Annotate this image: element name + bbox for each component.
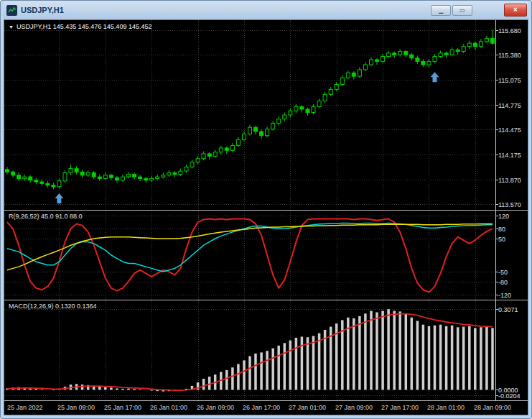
close-button[interactable]: ×	[504, 4, 527, 17]
time-axis-label: 25 Jan 09:00	[57, 404, 95, 411]
chart-icon	[6, 5, 17, 16]
time-axis-label: 28 Jan 09:00	[474, 404, 511, 411]
window-title: USDJPY,H1	[21, 6, 64, 14]
title-bar: USDJPY,H1 ▁ ▭ ×	[4, 1, 528, 19]
oscillator-label: R(9,26,52) 45.0 91.0 88.0	[9, 213, 83, 220]
time-axis-label: 28 Jan 01:00	[427, 404, 465, 411]
chart-area: 115.680115.380115.075114.775114.475114.1…	[4, 19, 528, 415]
buy-arrow-icon	[55, 193, 63, 203]
price-axis[interactable]	[495, 20, 528, 401]
time-axis-label: 26 Jan 01:00	[150, 404, 187, 411]
time-axis-label: 25 Jan 2022	[7, 404, 43, 411]
time-axis-label: 25 Jan 17:00	[104, 404, 141, 411]
time-axis[interactable]: 25 Jan 202225 Jan 09:0025 Jan 17:0026 Ja…	[4, 401, 528, 415]
symbol-dropdown-icon[interactable]: ▼	[9, 24, 14, 29]
oscillator-chart[interactable]: 1208050-50-80-120	[4, 211, 528, 300]
candlestick-chart[interactable]: 115.680115.380115.075114.775114.475114.1…	[4, 20, 528, 210]
oscillator-panel[interactable]: 1208050-50-80-120 R(9,26,52) 45.0 91.0 8…	[4, 211, 528, 300]
time-axis-label: 26 Jan 17:00	[243, 404, 280, 411]
time-axis-label: 27 Jan 09:00	[335, 404, 373, 411]
chart-window: USDJPY,H1 ▁ ▭ × 115.680115.380115.075114…	[0, 0, 532, 419]
buy-arrow-icon	[431, 72, 439, 82]
macd-chart[interactable]: 0.30710.0000-0.0204	[4, 300, 528, 400]
time-axis-label: 27 Jan 01:00	[289, 404, 326, 411]
ohlc-text: USDJPY,H1 145.435 145.476 145.409 145.45…	[17, 23, 152, 30]
main-chart-panel[interactable]: 115.680115.380115.075114.775114.475114.1…	[4, 20, 528, 210]
time-axis-label: 27 Jan 17:00	[381, 404, 419, 411]
window-controls: ▁ ▭ ×	[429, 4, 527, 17]
restore-button[interactable]: ▭	[452, 5, 472, 16]
minimize-button[interactable]: ▁	[431, 5, 451, 16]
macd-panel[interactable]: 0.30710.0000-0.0204 MACD(12,26,9) 0.1320…	[4, 300, 528, 400]
time-axis-label: 26 Jan 09:00	[197, 404, 234, 411]
ohlc-info: ▼ USDJPY,H1 145.435 145.476 145.409 145.…	[9, 23, 151, 30]
macd-label: MACD(12,26,9) 0.1320 0.1364	[9, 303, 97, 310]
